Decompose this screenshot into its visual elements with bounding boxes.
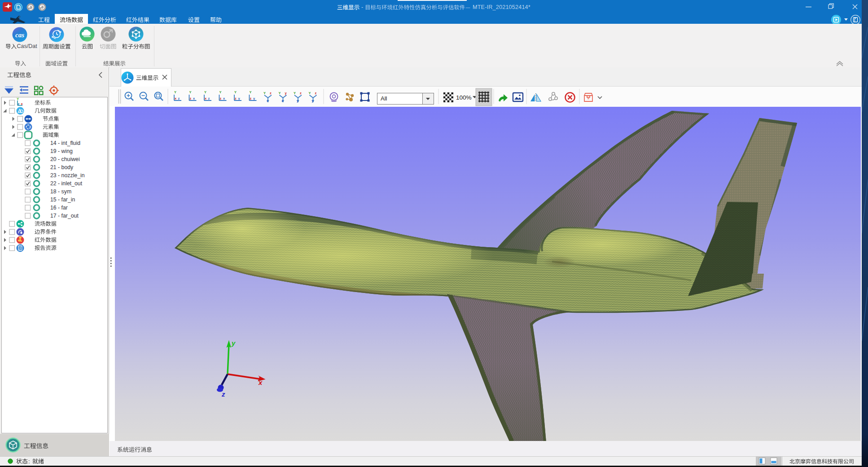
svg-text:y: y xyxy=(231,339,236,347)
svg-text:cas: cas xyxy=(15,31,24,39)
svg-text:y: y xyxy=(285,91,287,95)
svg-text:x: x xyxy=(205,96,207,100)
svg-text:Y: Y xyxy=(250,90,252,94)
svg-text:z: z xyxy=(282,99,284,103)
svg-text:z: z xyxy=(18,102,20,106)
svg-text:Y: Y xyxy=(219,90,222,94)
svg-text:x: x xyxy=(193,96,195,100)
svg-text:z: z xyxy=(190,96,192,100)
svg-text:x: x xyxy=(258,379,263,386)
svg-text:z: z xyxy=(220,96,222,100)
svg-text:x: x xyxy=(175,96,177,100)
svg-text:z: z xyxy=(250,96,252,100)
svg-text:Y: Y xyxy=(309,91,311,95)
svg-text:z: z xyxy=(270,91,272,95)
svg-text:Y: Y xyxy=(17,97,19,101)
svg-text:x: x xyxy=(223,96,225,100)
svg-text:z: z xyxy=(221,390,225,398)
svg-text:Y: Y xyxy=(174,90,176,94)
svg-text:z: z xyxy=(235,96,237,100)
svg-text:Y: Y xyxy=(204,90,206,94)
svg-text:Y: Y xyxy=(294,91,296,95)
svg-text:y: y xyxy=(253,96,255,100)
svg-text:x: x xyxy=(21,102,23,106)
svg-text:Y: Y xyxy=(234,90,237,94)
svg-text:z: z xyxy=(208,96,210,100)
svg-text:z: z xyxy=(178,96,180,100)
svg-text:y: y xyxy=(238,96,241,100)
svg-text:Y: Y xyxy=(263,91,266,95)
svg-text:z: z xyxy=(300,91,302,95)
svg-text:Y: Y xyxy=(189,90,192,94)
svg-text:z: z xyxy=(315,91,317,95)
svg-text:Y: Y xyxy=(279,91,281,95)
